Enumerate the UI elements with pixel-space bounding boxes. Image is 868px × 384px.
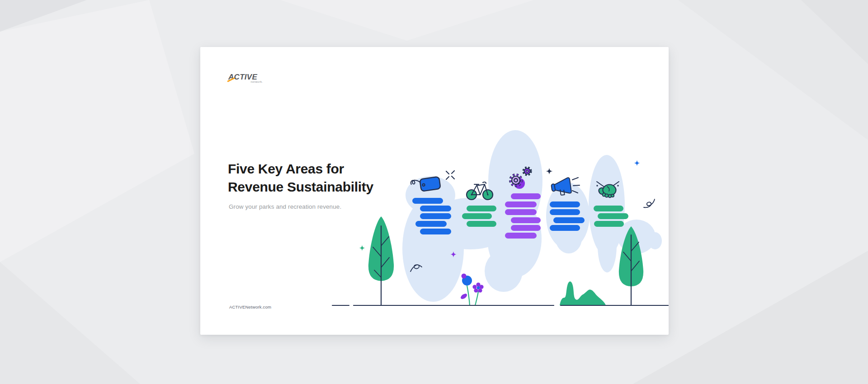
page-background: { "page": { "background": "#ebecee" }, "… [0, 0, 868, 384]
x-sparkle-icon [446, 171, 454, 179]
flowers [460, 274, 484, 306]
sparkle-icon [546, 168, 552, 174]
cover-illustration [200, 47, 669, 335]
sparkle-icon [359, 245, 365, 251]
sparkle-icon [634, 160, 640, 166]
bush [560, 281, 606, 305]
bar-group-recreation [462, 206, 496, 227]
tree-left [368, 216, 394, 305]
bar-group-partnerships [594, 206, 628, 227]
slide: ACTIVE network. Five Key Areas for Reven… [200, 47, 669, 335]
squiggle-doodle [644, 199, 655, 207]
